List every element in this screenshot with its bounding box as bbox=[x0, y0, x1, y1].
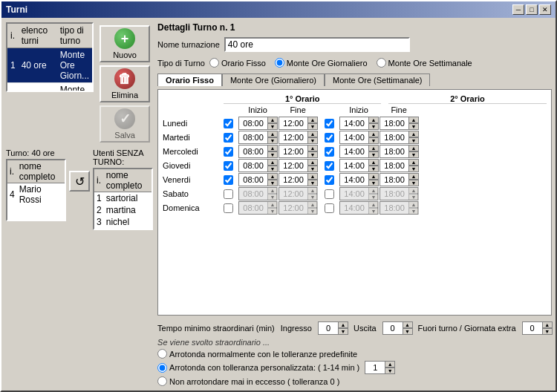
time-down[interactable]: ▼ bbox=[307, 137, 318, 144]
time-input-2e[interactable] bbox=[380, 160, 408, 172]
time-input-2e[interactable] bbox=[380, 131, 408, 143]
day-checkbox-1[interactable] bbox=[224, 175, 233, 185]
elimina-button[interactable]: 🗑 Elimina bbox=[100, 65, 150, 102]
fuori-input[interactable] bbox=[523, 322, 542, 334]
salva-button[interactable]: ✓ Salva bbox=[100, 105, 150, 143]
time-spin-2s[interactable]: ▲ ▼ bbox=[339, 117, 378, 130]
time-input-1e[interactable] bbox=[279, 117, 307, 129]
time-spin-1s[interactable]: ▲ ▼ bbox=[238, 117, 277, 130]
time-down[interactable]: ▼ bbox=[368, 180, 379, 186]
ingresso-input[interactable] bbox=[319, 322, 338, 334]
tab-orario-fisso[interactable]: Orario Fisso bbox=[157, 74, 222, 86]
table-row[interactable]: 140 oreMonte Ore Giorn... bbox=[7, 48, 92, 83]
ingresso-spin[interactable]: ▲ ▼ bbox=[318, 321, 348, 335]
day-checkbox-2[interactable] bbox=[325, 133, 334, 143]
radio-monte-ore-giorn[interactable]: Monte Ore Giornaliero bbox=[275, 58, 368, 68]
time-up[interactable]: ▲ bbox=[267, 117, 278, 123]
time-up[interactable]: ▲ bbox=[408, 131, 419, 137]
list-item[interactable]: 2martina bbox=[94, 204, 152, 216]
time-input-2e[interactable] bbox=[380, 117, 408, 129]
time-up[interactable]: ▲ bbox=[368, 145, 379, 151]
tolleranza-spin[interactable]: ▲ ▼ bbox=[365, 361, 394, 374]
time-up[interactable]: ▲ bbox=[267, 145, 278, 151]
time-input-1s[interactable] bbox=[239, 146, 267, 157]
minimize-button[interactable]: ─ bbox=[512, 4, 524, 15]
day-checkbox-2[interactable] bbox=[325, 203, 334, 213]
time-up[interactable]: ▲ bbox=[408, 145, 419, 151]
table-row[interactable]: 2turno specialeMonte Ore Giorn... bbox=[7, 83, 92, 91]
uscita-spin[interactable]: ▲ ▼ bbox=[382, 321, 412, 335]
tab-monte-ore-giorn[interactable]: Monte Ore (Giornaliero) bbox=[222, 74, 325, 86]
time-down[interactable]: ▼ bbox=[408, 180, 419, 186]
time-spin-1s[interactable]: ▲ ▼ bbox=[238, 173, 277, 186]
close-button[interactable]: ✕ bbox=[539, 4, 551, 15]
tolleranza-down[interactable]: ▼ bbox=[385, 368, 395, 374]
day-checkbox-2[interactable] bbox=[325, 175, 334, 185]
time-down[interactable]: ▼ bbox=[368, 137, 379, 144]
time-input-1s[interactable] bbox=[239, 160, 267, 172]
time-down[interactable]: ▼ bbox=[408, 137, 419, 144]
list-item[interactable]: 3nichel bbox=[94, 216, 152, 228]
day-checkbox-1[interactable] bbox=[224, 189, 233, 199]
tolleranza-input[interactable] bbox=[365, 362, 385, 373]
time-spin-2s[interactable]: ▲ ▼ bbox=[339, 159, 378, 172]
time-spin-1e[interactable]: ▲ ▼ bbox=[278, 117, 317, 130]
time-up[interactable]: ▲ bbox=[408, 173, 419, 180]
time-spin-2s[interactable]: ▲ ▼ bbox=[339, 131, 378, 144]
time-down[interactable]: ▼ bbox=[408, 123, 419, 130]
day-checkbox-1[interactable] bbox=[224, 133, 233, 143]
time-spin-1e[interactable]: ▲ ▼ bbox=[278, 159, 317, 172]
time-spin-1s[interactable]: ▲ ▼ bbox=[238, 159, 277, 172]
uscita-down[interactable]: ▼ bbox=[403, 328, 413, 335]
time-up[interactable]: ▲ bbox=[307, 159, 318, 166]
time-input-1e[interactable] bbox=[279, 174, 307, 186]
day-checkbox-1[interactable] bbox=[224, 147, 233, 157]
time-up[interactable]: ▲ bbox=[408, 159, 419, 166]
time-spin-2e[interactable]: ▲ ▼ bbox=[380, 131, 418, 144]
fuori-down[interactable]: ▼ bbox=[542, 328, 553, 335]
time-up[interactable]: ▲ bbox=[368, 159, 379, 166]
fuori-up[interactable]: ▲ bbox=[542, 321, 553, 328]
time-up[interactable]: ▲ bbox=[267, 173, 278, 180]
day-checkbox-2[interactable] bbox=[325, 189, 334, 199]
time-up[interactable]: ▲ bbox=[368, 173, 379, 180]
uscita-up[interactable]: ▲ bbox=[403, 321, 413, 328]
time-down[interactable]: ▼ bbox=[368, 166, 379, 172]
straord-radio-1[interactable]: Arrotonda normalmente con le tolleranze … bbox=[157, 349, 552, 359]
time-up[interactable]: ▲ bbox=[408, 117, 419, 123]
time-up[interactable]: ▲ bbox=[307, 131, 318, 137]
time-up[interactable]: ▲ bbox=[368, 117, 379, 123]
time-input-2e[interactable] bbox=[380, 174, 408, 186]
time-spin-2s[interactable]: ▲ ▼ bbox=[339, 173, 378, 186]
time-input-2s[interactable] bbox=[340, 160, 368, 172]
radio-monte-ore-sett[interactable]: Monte Ore Settimanale bbox=[377, 58, 472, 68]
day-checkbox-1[interactable] bbox=[224, 119, 233, 128]
time-down[interactable]: ▼ bbox=[307, 123, 318, 130]
list-item[interactable]: 4Mario Rossi bbox=[7, 183, 65, 206]
radio-orario-fisso[interactable]: Orario Fisso bbox=[209, 58, 266, 68]
time-spin-1e[interactable]: ▲ ▼ bbox=[278, 173, 317, 186]
day-checkbox-1[interactable] bbox=[224, 161, 233, 171]
straord-radio-3[interactable]: Non arrotondare mai in eccesso ( tollera… bbox=[157, 376, 552, 386]
time-down[interactable]: ▼ bbox=[368, 151, 379, 158]
time-input-2s[interactable] bbox=[340, 117, 368, 129]
time-input-1e[interactable] bbox=[279, 160, 307, 172]
time-down[interactable]: ▼ bbox=[267, 166, 278, 172]
time-spin-2e[interactable]: ▲ ▼ bbox=[380, 145, 418, 158]
time-input-1s[interactable] bbox=[239, 131, 267, 143]
time-up[interactable]: ▲ bbox=[267, 159, 278, 166]
time-up[interactable]: ▲ bbox=[307, 117, 318, 123]
transfer-button[interactable]: ↺ bbox=[69, 171, 90, 192]
time-down[interactable]: ▼ bbox=[408, 151, 419, 158]
day-checkbox-2[interactable] bbox=[325, 147, 334, 157]
time-up[interactable]: ▲ bbox=[368, 131, 379, 137]
ingresso-down[interactable]: ▼ bbox=[338, 328, 348, 335]
time-input-2s[interactable] bbox=[340, 131, 368, 143]
time-input-1s[interactable] bbox=[239, 174, 267, 186]
time-down[interactable]: ▼ bbox=[408, 166, 419, 172]
time-input-1e[interactable] bbox=[279, 131, 307, 143]
time-spin-2e[interactable]: ▲ ▼ bbox=[380, 159, 418, 172]
time-down[interactable]: ▼ bbox=[267, 137, 278, 144]
ingresso-up[interactable]: ▲ bbox=[338, 321, 348, 328]
time-up[interactable]: ▲ bbox=[267, 131, 278, 137]
